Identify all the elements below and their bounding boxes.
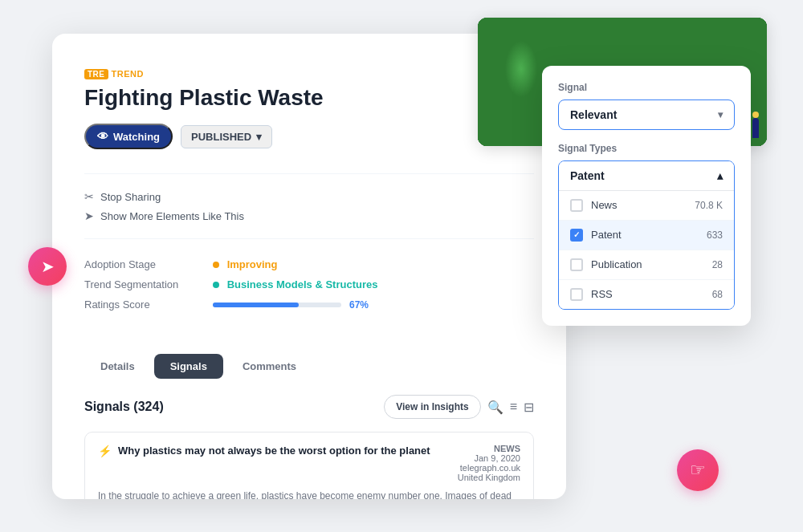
filter-icon[interactable]: ≡ [510, 400, 517, 414]
signal-title-area: ⚡ Why plastics may not always be the wor… [98, 444, 445, 458]
chevron-down-icon: ▾ [256, 131, 262, 143]
signal-bolt-icon: ⚡ [98, 445, 112, 457]
signal-description: In the struggle to achieve a green life,… [98, 489, 520, 498]
signal-type: NEWS [458, 444, 520, 453]
rss-count: 68 [712, 289, 723, 300]
publication-count: 28 [712, 259, 723, 270]
ratings-score-row: Ratings Score 67% [84, 298, 534, 311]
signal-type-publication[interactable]: Publication 28 [559, 250, 734, 280]
patent-label: Patent [591, 229, 622, 241]
adoption-stage-row: Adoption Stage Improving [84, 258, 534, 270]
improving-dot [213, 262, 219, 268]
progress-bar-fill [213, 303, 299, 307]
published-button[interactable]: PUBLISHED ▾ [181, 125, 272, 148]
signal-card: ⚡ Why plastics may not always be the wor… [84, 432, 534, 498]
signals-header: Signals (324) View in Insights 🔍 ≡ ⊟ [84, 395, 534, 419]
signal-types-label: Signal Types [558, 143, 735, 154]
signal-meta: NEWS Jan 9, 2020 telegraph.co.uk United … [458, 444, 520, 482]
signal-chevron-down-icon: ▾ [718, 109, 723, 120]
watching-label: Watching [113, 131, 160, 143]
signal-type-news[interactable]: News 70.8 K [559, 191, 734, 221]
tab-signals[interactable]: Signals [154, 354, 223, 379]
progress-bar-background [213, 303, 341, 307]
stop-sharing-label: Stop Sharing [100, 191, 161, 203]
action-fab-button[interactable]: ☞ [677, 449, 719, 491]
published-label: PUBLISHED [191, 131, 251, 143]
actions-section: ✂ Stop Sharing ➤ Show More Elements Like… [84, 173, 534, 239]
show-more-label: Show More Elements Like This [100, 210, 244, 222]
signal-date: Jan 9, 2020 [458, 453, 520, 463]
view-insights-button[interactable]: View in Insights [384, 395, 480, 419]
signal-source: telegraph.co.uk [458, 463, 520, 473]
trend-label: TREND [112, 69, 144, 79]
watching-button[interactable]: 👁 Watching [84, 124, 173, 149]
signal-title: Why plastics may not always be the worst… [118, 444, 430, 458]
signal-type-patent[interactable]: Patent 633 [559, 221, 734, 250]
stop-sharing-action[interactable]: ✂ Stop Sharing [84, 187, 534, 206]
stop-sharing-icon: ✂ [84, 190, 94, 203]
funnel-icon[interactable]: ⊟ [524, 400, 534, 415]
page-title: Fighting Plastic Waste [84, 84, 534, 112]
signal-select[interactable]: Relevant ▾ [558, 99, 735, 130]
trend-segmentation-label: Trend Segmentation [84, 278, 213, 290]
badges-row: 👁 Watching PUBLISHED ▾ [84, 124, 534, 149]
business-dot [213, 282, 219, 288]
publication-label: Publication [591, 258, 642, 270]
signals-title: Signals (324) [84, 400, 164, 414]
trend-segmentation-row: Trend Segmentation Business Models & Str… [84, 278, 534, 290]
trend-prefix: TRE [84, 69, 108, 79]
tabs-section: Details Signals Comments [84, 354, 534, 379]
adoption-stage-value: Improving [213, 258, 277, 270]
signal-select-value: Relevant [570, 108, 617, 121]
eye-icon: 👁 [97, 130, 108, 143]
current-type-label: Patent [570, 169, 605, 182]
show-more-action[interactable]: ➤ Show More Elements Like This [84, 206, 534, 225]
action-fab-icon: ☞ [690, 460, 706, 481]
patent-checkbox[interactable] [570, 229, 583, 242]
signals-controls: View in Insights 🔍 ≡ ⊟ [384, 395, 534, 419]
trend-segmentation-value: Business Models & Structures [213, 278, 377, 290]
publication-checkbox[interactable] [570, 258, 583, 271]
show-more-icon: ➤ [84, 209, 94, 222]
signals-section: Signals (324) View in Insights 🔍 ≡ ⊟ ⚡ W… [52, 395, 566, 498]
rss-checkbox[interactable] [570, 288, 583, 301]
patent-count: 633 [707, 229, 723, 241]
tab-details[interactable]: Details [84, 354, 151, 379]
ratings-score-label: Ratings Score [84, 298, 213, 311]
signal-type-rss[interactable]: RSS 68 [559, 280, 734, 309]
news-label: News [591, 199, 618, 211]
signal-dropdown-panel: Signal Relevant ▾ Signal Types Patent ▴ … [542, 66, 751, 326]
news-count: 70.8 K [695, 200, 723, 211]
signal-region: United Kingdom [458, 473, 520, 482]
signal-types-list: Patent ▴ News 70.8 K Patent 633 Publicat… [558, 160, 735, 310]
news-checkbox[interactable] [570, 199, 583, 212]
search-icon[interactable]: 🔍 [487, 400, 503, 415]
signal-card-header: ⚡ Why plastics may not always be the wor… [98, 444, 520, 482]
trend-badge: TRE TREND [84, 69, 144, 79]
rss-label: RSS [591, 288, 613, 300]
adoption-stage-label: Adoption Stage [84, 258, 213, 270]
nav-fab-button[interactable]: ➤ [28, 247, 67, 286]
chevron-up-icon: ▴ [717, 169, 723, 182]
signal-types-header[interactable]: Patent ▴ [559, 161, 734, 191]
nav-fab-icon: ➤ [41, 257, 55, 276]
tab-comments[interactable]: Comments [226, 354, 312, 379]
progress-container: 67% [213, 299, 534, 311]
progress-label: 67% [349, 299, 369, 311]
signal-dropdown-label: Signal [558, 82, 735, 93]
metadata-section: Adoption Stage Improving Trend Segmentat… [84, 258, 534, 311]
